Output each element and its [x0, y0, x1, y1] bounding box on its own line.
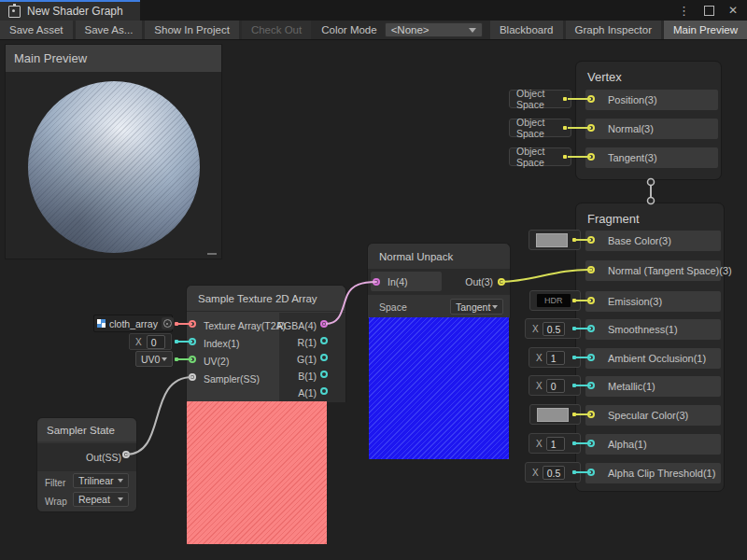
check-out-button[interactable]: Check Out [242, 21, 311, 39]
port-specular-color[interactable] [587, 411, 595, 418]
alpha-value-widget[interactable]: X1 [529, 433, 581, 454]
maximize-icon[interactable] [704, 6, 714, 16]
title-bar: New Shader Graph ⋮ ✕ [0, 0, 747, 21]
port-sampler-in[interactable] [189, 373, 196, 381]
normal-map-preview [369, 317, 509, 459]
emission-hdr-widget[interactable]: HDR [529, 290, 581, 311]
alpha-value-field[interactable]: 1 [546, 437, 565, 451]
vertex-node-title: Vertex [576, 62, 721, 84]
port-normal[interactable] [587, 124, 595, 132]
main-preview-panel[interactable]: Main Preview [5, 44, 222, 259]
connection-dot [175, 357, 178, 361]
connection-dot [572, 327, 576, 330]
connection-dot [175, 322, 178, 326]
kebab-menu-icon[interactable]: ⋮ [678, 5, 690, 17]
port-g-out[interactable] [320, 354, 328, 361]
port-base-color[interactable] [587, 236, 595, 244]
main-preview-button[interactable]: Main Preview [664, 21, 747, 39]
sampler-state-node[interactable]: Sampler State Out(SS) Filter Trilinear W… [36, 417, 137, 512]
blackboard-button[interactable]: Blackboard [490, 21, 563, 39]
object-picker-button[interactable] [162, 317, 174, 329]
port-normal-tangent-space[interactable] [587, 266, 595, 273]
in-slot: In(4) [371, 272, 442, 291]
port-emission[interactable] [587, 297, 595, 304]
port-band: Out(SS) [37, 443, 136, 471]
graph-inspector-button[interactable]: Graph Inspector [566, 21, 661, 39]
save-as-button[interactable]: Save As... [76, 21, 143, 39]
color-swatch[interactable] [537, 408, 569, 422]
slot-smoothness: Smoothness(1) [585, 319, 721, 340]
normal-unpack-title: Normal Unpack [368, 244, 510, 268]
port-band: In(4) Out(3) [368, 269, 510, 295]
texture-array-object-field[interactable]: cloth_array [93, 315, 173, 332]
texture-name: cloth_array [109, 318, 158, 329]
port-metallic[interactable] [587, 382, 595, 389]
resize-grip[interactable] [207, 253, 217, 255]
port-rgba-out[interactable] [320, 320, 328, 328]
port-a-out[interactable] [320, 387, 328, 395]
color-mode-value: <None> [391, 24, 430, 35]
color-mode-label: Color Mode [314, 21, 384, 39]
output-rgba: RGBA(4) [276, 316, 317, 334]
metallic-value-widget[interactable]: X0 [529, 375, 581, 396]
main-preview-panel-header[interactable]: Main Preview [6, 45, 221, 72]
alpha-clip-value-field[interactable]: 0.5 [543, 466, 566, 480]
smoothness-value-field[interactable]: 0.5 [543, 322, 566, 336]
tab-new-shader-graph[interactable]: New Shader Graph [0, 0, 140, 21]
port-alpha-clip-threshold[interactable] [587, 469, 595, 476]
connection-dot [572, 238, 576, 242]
connection-dot [563, 155, 567, 159]
index-value-field[interactable]: 0 [147, 335, 165, 349]
filter-dropdown[interactable]: Trilinear [73, 473, 129, 488]
show-in-project-button[interactable]: Show In Project [145, 21, 239, 39]
input-texture-array: Texture Array(T2A) [204, 316, 286, 334]
metallic-value-field[interactable]: 0 [546, 379, 565, 393]
specular-color-swatch-widget[interactable] [529, 404, 581, 425]
port-sampler-out[interactable] [122, 451, 130, 458]
texture-icon [97, 319, 106, 328]
color-mode-dropdown[interactable]: <None> [385, 22, 483, 37]
toolbar: Save Asset Save As... Show In Project Ch… [0, 21, 747, 40]
fragment-node-title: Fragment [576, 203, 724, 226]
close-icon[interactable]: ✕ [728, 5, 738, 16]
object-space-chip: Object Space [509, 90, 571, 108]
input-uv: UV(2) [204, 352, 229, 370]
connection-dot [572, 299, 576, 302]
slot-position: Position(3) [585, 90, 718, 110]
alpha-clip-value-widget[interactable]: X0.5 [525, 462, 581, 483]
port-unpack-out[interactable] [498, 278, 505, 286]
port-r-out[interactable] [320, 337, 328, 344]
chevron-down-icon [492, 305, 498, 309]
sample-node-title: Sample Texture 2D Array [187, 286, 345, 312]
wrap-dropdown[interactable]: Repeat [73, 492, 129, 507]
fragment-node[interactable]: Fragment Base Color(3) Normal (Tangent S… [575, 203, 725, 492]
port-position[interactable] [587, 95, 595, 103]
port-index-in[interactable] [189, 338, 196, 345]
port-alpha[interactable] [587, 440, 595, 447]
output-a: A(1) [298, 384, 317, 401]
preview-sphere [28, 81, 200, 253]
save-asset-button[interactable]: Save Asset [0, 21, 73, 39]
slot-base-color: Base Color(3) [585, 231, 721, 251]
hdr-field[interactable]: HDR [537, 294, 571, 307]
port-ambient-occlusion[interactable] [587, 354, 595, 361]
uv-channel-dropdown[interactable]: UV0 [135, 351, 173, 367]
ambient-occlusion-value-widget[interactable]: X1 [529, 347, 581, 368]
space-dropdown[interactable]: Tangent [450, 299, 503, 315]
port-b-out[interactable] [320, 371, 328, 378]
output-r: R(1) [298, 333, 317, 351]
ambient-occlusion-value-field[interactable]: 1 [546, 351, 565, 365]
port-texture-array-in[interactable] [189, 320, 196, 328]
smoothness-value-widget[interactable]: X0.5 [525, 318, 581, 339]
port-tangent[interactable] [587, 153, 595, 161]
vertex-node[interactable]: Vertex Position(3) Normal(3) Tangent(3) [575, 61, 722, 180]
base-color-swatch-widget[interactable] [529, 230, 581, 250]
connection-dot [175, 340, 178, 343]
slot-specular-color: Specular Color(3) [585, 405, 721, 426]
port-smoothness[interactable] [587, 325, 595, 332]
normal-unpack-node[interactable]: Normal Unpack In(4) Out(3) Space Tangent [367, 243, 511, 318]
color-swatch[interactable] [536, 233, 568, 247]
port-unpack-in[interactable] [373, 278, 380, 286]
port-uv-in[interactable] [189, 356, 196, 363]
index-value-widget[interactable]: X 0 [129, 333, 172, 350]
